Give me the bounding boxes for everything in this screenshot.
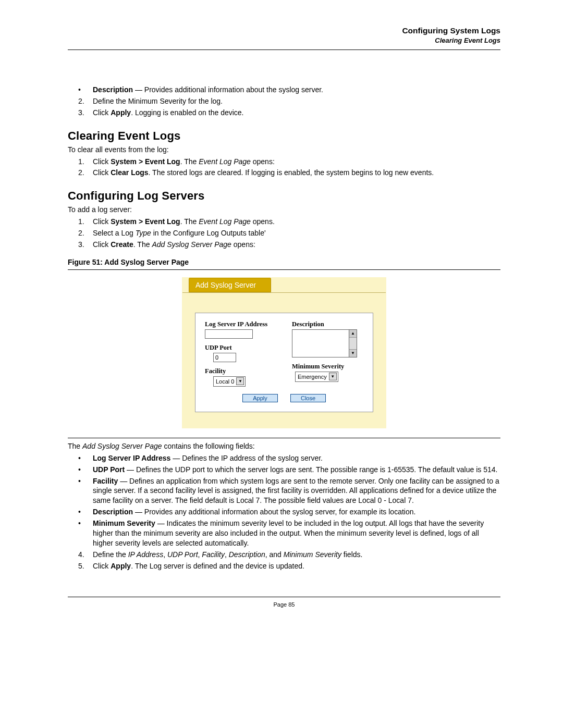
list-number: 3. [78,240,93,250]
page-header: Configuring System Logs Clearing Event L… [68,26,500,44]
close-button[interactable]: Close [290,394,326,402]
minimum-severity-select[interactable]: Emergency ▼ [295,372,338,382]
bullet-icon: • [78,453,93,463]
bullet-icon: • [78,519,93,548]
paragraph: To add a log server: [68,205,500,215]
list-item: 4. Define the IP Address, UDP Port, Faci… [78,550,500,560]
list-item: 3. Click Create. The Add Syslog Server P… [78,240,500,250]
label-facility: Facility [205,367,276,375]
chevron-down-icon: ▼ [329,373,337,380]
list-item: 2. Select a Log Type in the Configure Lo… [78,228,500,238]
figure-caption: Figure 51: Add Syslog Server Page [68,258,500,266]
section-heading-clearing: Clearing Event Logs [68,129,500,143]
label-udp-port: UDP Port [205,344,276,352]
bullet-icon: • [78,85,93,95]
list-item: 1. Click System > Event Log. The Event L… [78,157,500,167]
list-number: 2. [78,168,93,178]
label-log-server-ip: Log Server IP Address [205,320,276,328]
udp-port-input[interactable] [213,353,236,362]
chevron-down-icon: ▼ [349,349,357,357]
bullet-icon: • [78,507,93,517]
bullet-icon: • [78,465,93,475]
list-item: 2. Click Clear Logs. The stored logs are… [78,168,500,178]
chevron-up-icon: ▲ [349,330,357,338]
apply-button[interactable]: Apply [242,394,278,402]
description-textarea[interactable] [292,329,349,357]
header-rule [68,50,500,50]
label-minimum-severity: Minimum Severity [292,363,363,371]
list-item: • Minimum Severity — Indicates the minim… [78,519,500,548]
list-item: • Description — Provides additional info… [78,85,500,95]
list-item: 2. Define the Minimum Severity for the l… [78,96,500,106]
list-number: 1. [78,217,93,227]
figure-rule-bottom [68,438,500,438]
header-title: Configuring System Logs [68,26,500,35]
list-item: • Facility — Defines an application from… [78,476,500,506]
facility-select[interactable]: Local 0 ▼ [213,376,246,387]
chevron-down-icon: ▼ [236,377,244,385]
list-item: 3. Click Apply. Logging is enabled on th… [78,108,500,118]
list-number: 3. [78,108,93,118]
list-item: 5. Click Apply. The Log server is define… [78,561,500,571]
list-number: 4. [78,550,93,560]
figure-add-syslog-server: Add Syslog Server Log Server IP Address … [68,277,500,428]
bullet-icon: • [78,476,93,506]
list-item: 1. Click System > Event Log. The Event L… [78,217,500,227]
list-number: 1. [78,157,93,167]
paragraph: The Add Syslog Server Page contains the … [68,441,500,451]
list-number: 2. [78,228,93,238]
list-number: 2. [78,96,93,106]
list-item: • Log Server IP Address — Defines the IP… [78,453,500,463]
header-subtitle: Clearing Event Logs [68,36,500,44]
footer-rule [68,597,500,597]
scrollbar[interactable]: ▲ ▼ [349,329,357,357]
minimum-severity-value: Emergency [298,374,327,380]
paragraph: To clear all events from the log: [68,145,500,155]
list-item: • Description — Provides any additional … [78,507,500,517]
list-number: 5. [78,561,93,571]
list-item: • UDP Port — Defines the UDP port to whi… [78,465,500,475]
section-heading-configuring: Configuring Log Servers [68,189,500,203]
dialog-tab-title: Add Syslog Server [189,278,271,292]
facility-select-value: Local 0 [216,378,234,385]
log-server-ip-input[interactable] [205,329,253,339]
figure-rule-top [68,269,500,270]
label-description: Description [292,320,363,328]
page-number: Page 85 [68,601,500,608]
